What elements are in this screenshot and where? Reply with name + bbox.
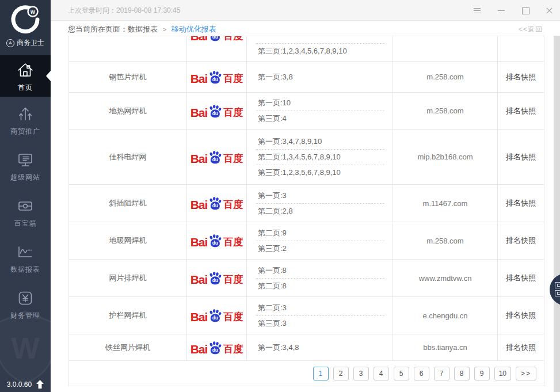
baidu-paw-icon: du <box>207 233 223 249</box>
baidu-logo: Baidu百度 <box>191 149 243 165</box>
window-mini-icon <box>555 290 560 296</box>
breadcrumb-separator: > <box>163 26 166 33</box>
snapshot-link[interactable]: 排名快照 <box>506 235 536 246</box>
keyword-cell <box>69 36 187 61</box>
domain-cell: www.zmdtvw.cn <box>393 260 498 296</box>
table-row-partial: Baidu百度第三页:1,2,3,4,5,6,7,8,9,10 <box>69 36 544 62</box>
page-button-6[interactable]: 6 <box>414 367 429 380</box>
domain-cell: bbs.tianya.cn <box>393 334 498 360</box>
svg-text:w: w <box>30 9 35 15</box>
engine-cell: Baidu百度 <box>187 130 247 184</box>
baidu-logo: Baidu百度 <box>191 233 243 249</box>
sidebar-item-toolbox[interactable]: 百宝箱 <box>0 189 51 235</box>
floating-feedback-button[interactable] <box>550 273 560 306</box>
home-icon <box>16 60 35 80</box>
sidebar-item-finance[interactable]: 财务管理 <box>0 281 51 327</box>
svg-text:du: du <box>212 111 218 116</box>
brand: A 商务卫士 <box>0 38 51 48</box>
baidu-paw-icon: du <box>207 271 223 286</box>
table-row: 斜插阻焊机Baidu百度第一页:3第二页:2,8m.11467.com排名快照 <box>69 185 544 222</box>
keyword-cell: 铁丝网片焊机 <box>69 334 187 360</box>
page-button-4[interactable]: 4 <box>374 367 389 380</box>
page-rank-line: 第三页:4 <box>256 111 384 126</box>
page-button-5[interactable]: 5 <box>394 367 409 380</box>
toolbox-icon <box>16 196 35 216</box>
page-rank-line: 第一页:8 <box>256 263 384 278</box>
sidebar-item-label: 财务管理 <box>10 311 40 321</box>
keyword-cell: 网片排焊机 <box>69 260 187 296</box>
domain-cell: m.11467.com <box>393 185 498 222</box>
app-window: w A 商务卫士 首页 <box>0 0 560 392</box>
vertical-scrollbar[interactable] <box>554 36 560 392</box>
sidebar-item-label: 超级网站 <box>10 173 40 182</box>
keyword-cell: 佳科电焊网 <box>69 130 187 184</box>
svg-text:W: W <box>11 332 40 365</box>
table-row: 护栏网焊机Baidu百度第二页:3第三页:3e.chengdu.cn排名快照 <box>69 297 544 334</box>
engine-cell: Baidu百度 <box>187 260 247 296</box>
sidebar-item-label: 商贸推广 <box>10 127 40 136</box>
domain-cell: mip.b2b168.com <box>393 130 498 184</box>
page-ranks-cell: 第一页:3,4,7,8,9,10第二页:1,3,4,5,6,7,8,9,10第三… <box>247 130 393 184</box>
svg-text:du: du <box>212 278 218 283</box>
sidebar-item-promotion[interactable]: 商贸推广 <box>0 97 51 143</box>
svg-text:du: du <box>212 203 218 208</box>
page-ranks-cell: 第一页:3,4,8 <box>247 334 393 360</box>
page-rank-line: 第三页:1,2,3,5,6,7,8,9,10 <box>256 165 384 180</box>
sidebar-item-website[interactable]: 超级网站 <box>0 143 51 189</box>
baidu-logo: Baidu百度 <box>191 340 243 356</box>
breadcrumb-current-link[interactable]: 移动优化报表 <box>172 25 216 33</box>
snapshot-cell: 排名快照 <box>498 130 544 184</box>
sidebar-item-reports[interactable]: 数据报表 <box>0 235 51 281</box>
snapshot-link[interactable]: 排名快照 <box>506 198 536 208</box>
page-button-9[interactable]: 9 <box>474 367 490 380</box>
version-row: 3.0.0.60 <box>0 380 51 389</box>
page-button-10[interactable]: 10 <box>494 367 511 380</box>
engine-cell: Baidu百度 <box>187 93 247 129</box>
table-rows: Baidu百度第三页:1,2,3,4,5,6,7,8,9,10钢笆片焊机Baid… <box>69 36 544 361</box>
active-notch <box>46 71 51 81</box>
page-button-7[interactable]: 7 <box>434 367 449 380</box>
baidu-paw-icon: du <box>207 104 223 119</box>
page-rank-line: 第二页:8 <box>256 279 384 294</box>
domain-cell: m.258.com <box>393 62 498 92</box>
next-pages-button[interactable]: >> <box>516 367 536 380</box>
baidu-logo: Baidu百度 <box>191 195 243 211</box>
snapshot-link[interactable]: 排名快照 <box>506 342 536 353</box>
baidu-paw-icon: du <box>207 196 223 211</box>
snapshot-cell: 排名快照 <box>498 334 544 360</box>
page-button-2[interactable]: 2 <box>333 367 349 380</box>
snapshot-link[interactable]: 排名快照 <box>506 273 536 283</box>
sidebar-item-home[interactable]: 首页 <box>0 55 51 97</box>
baidu-paw-icon: du <box>207 340 223 356</box>
snapshot-cell: 排名快照 <box>498 297 544 334</box>
snapshot-cell: 排名快照 <box>498 93 544 129</box>
close-icon[interactable] <box>545 6 554 15</box>
minimize-icon[interactable] <box>497 6 506 15</box>
page-ranks-cell: 第二页:9第三页:2 <box>247 222 393 259</box>
snapshot-cell: 排名快照 <box>498 185 544 222</box>
brand-badge-icon: A <box>6 39 14 47</box>
engine-cell: Baidu百度 <box>187 185 247 222</box>
menu-icon[interactable] <box>473 6 482 15</box>
engine-cell: Baidu百度 <box>187 222 247 259</box>
snapshot-link[interactable]: 排名快照 <box>506 152 536 162</box>
update-arrow-icon[interactable] <box>36 380 44 389</box>
sidebar-item-label: 百宝箱 <box>14 219 37 229</box>
snapshot-link[interactable]: 排名快照 <box>506 72 536 82</box>
page-rank-line: 第二页:2,8 <box>256 204 384 219</box>
page-ranks-cell: 第一页:3第二页:2,8 <box>247 185 393 222</box>
page-button-1[interactable]: 1 <box>313 367 329 380</box>
baidu-logo: Baidu百度 <box>191 103 243 119</box>
baidu-logo: Baidu百度 <box>191 307 243 324</box>
page-button-3[interactable]: 3 <box>353 367 369 380</box>
snapshot-link[interactable]: 排名快照 <box>506 106 536 116</box>
snapshot-link[interactable]: 排名快照 <box>506 310 536 321</box>
engine-cell: Baidu百度 <box>187 334 247 360</box>
baidu-paw-icon: du <box>207 70 223 85</box>
keyword-cell: 地暖网焊机 <box>69 222 187 259</box>
maximize-icon[interactable] <box>521 6 530 15</box>
engine-cell: Baidu百度 <box>187 36 247 61</box>
engine-cell: Baidu百度 <box>187 62 247 92</box>
page-button-8[interactable]: 8 <box>454 367 470 380</box>
back-link[interactable]: <<返回 <box>519 23 543 36</box>
